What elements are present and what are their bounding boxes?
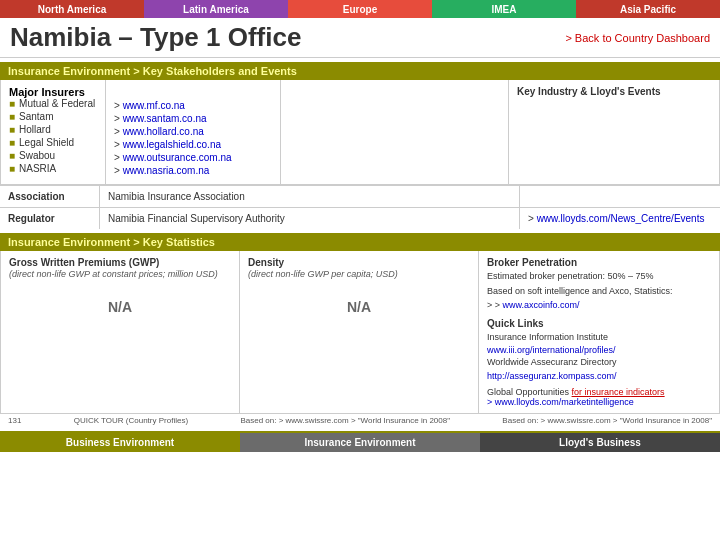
regulator-value: Namibia Financial Supervisory Authority <box>100 208 520 229</box>
list-item: ■ Santam <box>9 111 97 122</box>
association-label: Association <box>0 186 100 207</box>
key-statistics-content: Gross Written Premiums (GWP) (direct non… <box>0 251 720 414</box>
insurer-name: NASRIA <box>19 163 56 174</box>
list-item: ■ Legal Shield <box>9 137 97 148</box>
broker-title: Broker Penetration <box>487 257 711 268</box>
list-item: ■ NASRIA <box>9 163 97 174</box>
insurer-link-nasria[interactable]: www.nasria.com.na <box>114 165 209 176</box>
insurer-name: Swabou <box>19 150 55 161</box>
footer-based-on2: Based on: > www.swissre.com > "World Ins… <box>502 416 712 425</box>
insurer-links-panel: www.mf.co.na www.santam.co.na www.hollar… <box>106 80 281 184</box>
bottom-nav-lloyds-business[interactable]: Lloyd's Business <box>480 433 720 452</box>
insurer-name: Santam <box>19 111 53 122</box>
insurer-name: Legal Shield <box>19 137 74 148</box>
section1-header-main: Insurance Environment <box>8 65 130 77</box>
quick-links-title: Quick Links <box>487 318 711 329</box>
key-events-title: Key Industry & Lloyd's Events <box>517 86 711 97</box>
nav-north-america[interactable]: North America <box>0 0 144 18</box>
list-item: www.nasria.com.na <box>114 165 272 176</box>
footer-note: 131 QUICK TOUR (Country Profiles) Based … <box>0 414 720 427</box>
insurer-name: Mutual & Federal <box>19 98 95 109</box>
bullet-icon: ■ <box>9 111 15 122</box>
page-title-bar: Namibia – Type 1 Office > Back to Countr… <box>0 18 720 58</box>
major-insurers-panel: Major Insurers ■ Mutual & Federal ■ Sant… <box>1 80 106 184</box>
iii-link[interactable]: www.iii.org/international/profiles/ <box>487 345 711 355</box>
key-events-panel: Key Industry & Lloyd's Events <box>509 80 719 184</box>
nav-latin-america[interactable]: Latin America <box>144 0 288 18</box>
list-item: ■ Hollard <box>9 124 97 135</box>
section1-header-sub: > Key Stakeholders and Events <box>133 65 297 77</box>
list-item: ■ Mutual & Federal <box>9 98 97 109</box>
footer-based-on: Based on: > www.swissre.com > "World Ins… <box>240 416 450 425</box>
section2-header: Insurance Environment > Key Statistics <box>0 233 720 251</box>
stakeholders-content: Major Insurers ■ Mutual & Federal ■ Sant… <box>0 80 720 185</box>
insurer-link-santam[interactable]: www.santam.co.na <box>114 113 207 124</box>
nav-europe[interactable]: Europe <box>288 0 432 18</box>
insurer-name: Hollard <box>19 124 51 135</box>
gwp-title: Gross Written Premiums (GWP) <box>9 257 231 268</box>
bullet-icon: ■ <box>9 98 15 109</box>
insurer-link-legalshield[interactable]: www.legalshield.co.na <box>114 139 221 150</box>
density-subtitle: (direct non-life GWP per capita; USD) <box>248 269 470 279</box>
spacer-panel <box>281 80 509 184</box>
insurer-link-mf[interactable]: www.mf.co.na <box>114 100 185 111</box>
list-item: www.legalshield.co.na <box>114 139 272 150</box>
density-panel: Density (direct non-life GWP per capita;… <box>240 251 479 413</box>
footer-quick-tour: QUICK TOUR (Country Profiles) <box>74 416 188 425</box>
insurer-link-hollard[interactable]: www.hollard.co.na <box>114 126 204 137</box>
nav-asia-pacific[interactable]: Asia Pacific <box>576 0 720 18</box>
section2-header-sub: > Key Statistics <box>133 236 215 248</box>
back-to-dashboard-link[interactable]: > Back to Country Dashboard <box>565 32 710 44</box>
footer-page-num: 131 <box>8 416 21 425</box>
regulator-row: Regulator Namibia Financial Supervisory … <box>0 207 720 229</box>
insurer-link-swabou[interactable]: www.outsurance.com.na <box>114 152 232 163</box>
nav-imea[interactable]: IMEA <box>432 0 576 18</box>
list-item: www.santam.co.na <box>114 113 272 124</box>
association-value: Namibia Insurance Association <box>100 186 520 207</box>
axco-link[interactable]: www.axcoinfo.com/ <box>495 300 580 310</box>
waz-link[interactable]: http://asseguranz.kompass.com/ <box>487 371 711 381</box>
bottom-nav-insurance-env[interactable]: Insurance Environment <box>240 433 480 452</box>
list-item: www.mf.co.na <box>114 100 272 111</box>
broker-text2: Based on soft intelligence and Axco, Sta… <box>487 285 711 298</box>
iii-label: Insurance Information Institute <box>487 331 711 344</box>
list-item: ■ Swabou <box>9 150 97 161</box>
global-label: Global Opportunities <box>487 387 569 397</box>
bullet-icon: ■ <box>9 137 15 148</box>
density-value: N/A <box>248 299 470 315</box>
gwp-panel: Gross Written Premiums (GWP) (direct non… <box>1 251 240 413</box>
list-item: www.outsurance.com.na <box>114 152 272 163</box>
global-link[interactable]: for insurance indicators <box>572 387 665 397</box>
bottom-nav-business-env[interactable]: Business Environment <box>0 433 240 452</box>
bullet-icon: ■ <box>9 150 15 161</box>
bullet-icon: ■ <box>9 124 15 135</box>
broker-panel: Broker Penetration Estimated broker pene… <box>479 251 719 413</box>
global-link-url[interactable]: > www.lloyds.com/marketintelligence <box>487 397 634 407</box>
gwp-subtitle: (direct non-life GWP at constant prices;… <box>9 269 231 279</box>
broker-axco: > www.axcoinfo.com/ <box>487 299 711 312</box>
bullet-icon: ■ <box>9 163 15 174</box>
association-row: Association Namibia Insurance Associatio… <box>0 185 720 207</box>
regulator-label: Regulator <box>0 208 100 229</box>
list-item: www.hollard.co.na <box>114 126 272 137</box>
gwp-value: N/A <box>9 299 231 315</box>
section2-header-main: Insurance Environment <box>8 236 130 248</box>
density-title: Density <box>248 257 470 268</box>
association-link-cell <box>520 186 720 207</box>
section1-header: Insurance Environment > Key Stakeholders… <box>0 62 720 80</box>
regulator-link-cell: www.lloyds.com/News_Centre/Events <box>520 208 720 229</box>
broker-text1: Estimated broker penetration: 50% – 75% <box>487 270 711 283</box>
major-insurers-title: Major Insurers <box>9 86 97 98</box>
waz-label: Worldwide Assecuranz Directory <box>487 356 711 369</box>
top-navigation: North America Latin America Europe IMEA … <box>0 0 720 18</box>
bottom-navigation: Business Environment Insurance Environme… <box>0 431 720 452</box>
page-title: Namibia – Type 1 Office <box>10 22 301 53</box>
global-opps: Global Opportunities for insurance indic… <box>487 387 711 407</box>
regulator-link[interactable]: www.lloyds.com/News_Centre/Events <box>528 213 704 224</box>
